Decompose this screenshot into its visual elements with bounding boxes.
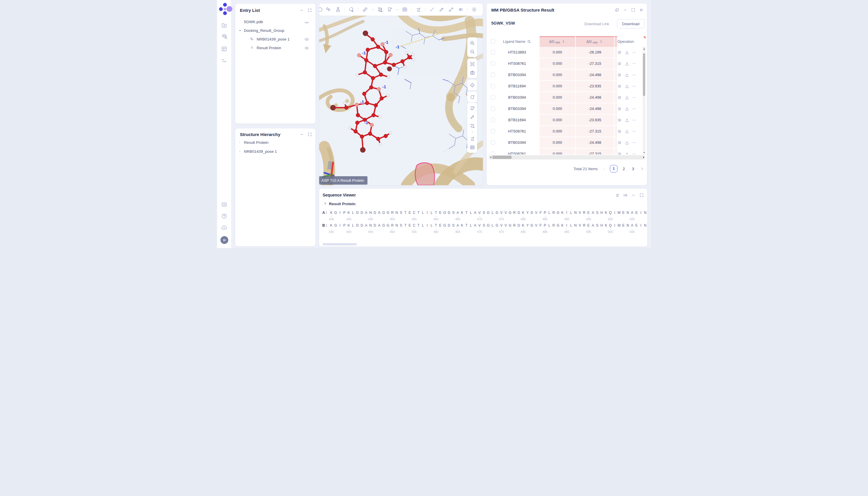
row-checkbox[interactable] xyxy=(491,118,495,122)
fit-screen-button[interactable] xyxy=(468,60,476,68)
table-row[interactable]: BTB033940.000-24.498 xyxy=(487,69,647,81)
next-page-button[interactable] xyxy=(640,167,644,171)
target-button[interactable] xyxy=(468,81,476,89)
report-action-button[interactable] xyxy=(617,140,622,145)
row-checkbox[interactable] xyxy=(491,152,495,155)
report-action-button[interactable] xyxy=(617,61,622,66)
row-checkbox[interactable] xyxy=(491,140,495,145)
row-checkbox[interactable] xyxy=(491,73,495,77)
molecular-viewport[interactable]: -1 -1 -1 -1 -1 -1 xyxy=(319,3,483,185)
line-tool-button[interactable] xyxy=(428,6,436,13)
more-action-button[interactable] xyxy=(632,107,636,111)
more-action-button[interactable] xyxy=(632,140,636,145)
zoom-out-button[interactable] xyxy=(468,47,476,56)
table-row[interactable]: BTB116940.000-23.935 xyxy=(487,81,647,92)
select-all-checkbox[interactable] xyxy=(491,40,495,44)
swap-arrows-button[interactable] xyxy=(615,193,619,197)
page-button[interactable]: 3 xyxy=(630,167,636,171)
bond-tool-button[interactable] xyxy=(447,6,455,13)
hierarchy-item[interactable]: Result Protein xyxy=(235,138,315,147)
row-checkbox[interactable] xyxy=(491,107,495,111)
minimize-button[interactable] xyxy=(631,193,636,197)
batch-docking-icon[interactable] xyxy=(219,32,229,41)
route-tool-button[interactable] xyxy=(376,6,384,13)
row-checkbox[interactable] xyxy=(491,84,495,88)
more-action-button[interactable] xyxy=(632,118,636,122)
entry-item[interactable]: NRB01439_pose 1 xyxy=(235,35,315,44)
user-avatar[interactable]: H xyxy=(220,236,228,244)
sort-icon[interactable] xyxy=(561,40,566,44)
refresh-button[interactable] xyxy=(468,93,476,101)
swap-arrows-tool-button[interactable] xyxy=(415,6,422,13)
scroll-right-arrow[interactable] xyxy=(642,155,645,159)
pencil-button[interactable] xyxy=(468,112,476,121)
row-checkbox[interactable] xyxy=(491,50,495,55)
expand-button[interactable] xyxy=(640,193,644,197)
download-action-button[interactable] xyxy=(625,152,629,155)
table-vertical-scrollbar[interactable] xyxy=(643,47,646,155)
gear-tool-button[interactable] xyxy=(471,6,478,13)
report-action-button[interactable] xyxy=(617,152,622,155)
molecule-tool-button[interactable] xyxy=(325,6,332,13)
scroll-up-arrow[interactable] xyxy=(643,47,646,51)
table-row[interactable]: HTS138930.000-26.199 xyxy=(487,47,647,58)
tree-caret-icon[interactable] xyxy=(238,29,242,32)
venn-tool-button[interactable] xyxy=(457,6,464,13)
report-action-button[interactable] xyxy=(617,129,622,134)
dock-button[interactable] xyxy=(615,8,619,12)
wrap-button[interactable] xyxy=(623,193,628,197)
report-action-button[interactable] xyxy=(617,50,622,55)
download-action-button[interactable] xyxy=(625,84,629,89)
tool-dropdown-caret[interactable] xyxy=(395,6,399,13)
horizontal-scroll-thumb[interactable] xyxy=(492,156,511,159)
eye-icon[interactable] xyxy=(304,46,309,50)
data-table-icon[interactable] xyxy=(219,44,229,54)
search-icon[interactable] xyxy=(527,40,531,44)
select-cursor-tool-button[interactable] xyxy=(348,6,355,13)
report-action-button[interactable] xyxy=(617,84,622,89)
report-action-button[interactable] xyxy=(617,95,622,100)
more-action-button[interactable] xyxy=(632,129,636,134)
table-horizontal-scrollbar[interactable] xyxy=(489,155,645,159)
table-row[interactable]: BTB033940.000-24.498 xyxy=(487,137,647,149)
download-action-button[interactable] xyxy=(625,95,629,100)
download-action-button[interactable] xyxy=(625,50,629,55)
table-row[interactable]: HTS087610.000-27.315 xyxy=(487,149,647,155)
more-action-button[interactable] xyxy=(632,95,636,100)
more-action-button[interactable] xyxy=(632,73,636,77)
more-action-button[interactable] xyxy=(632,84,636,89)
minimize-button[interactable] xyxy=(623,8,627,12)
bookmark-add-button[interactable] xyxy=(468,104,476,112)
report-action-button[interactable] xyxy=(617,73,622,77)
table-row[interactable]: BTB033940.000-24.498 xyxy=(487,92,647,103)
cloud-sync-icon[interactable] xyxy=(219,223,229,233)
previous-page-button[interactable] xyxy=(602,167,606,171)
tree-caret-icon[interactable] xyxy=(238,141,241,144)
minimize-button[interactable] xyxy=(299,132,304,137)
vertical-scroll-thumb[interactable] xyxy=(643,53,645,96)
tool-dropdown-caret[interactable] xyxy=(468,130,476,134)
download-action-button[interactable] xyxy=(625,129,629,134)
table-row[interactable]: BTB033940.000-24.498 xyxy=(487,103,647,114)
table-row[interactable]: HTS087610.000-27.315 xyxy=(487,126,647,137)
minimize-button[interactable] xyxy=(299,8,304,13)
download-action-button[interactable] xyxy=(625,73,629,77)
eye-closed-icon[interactable] xyxy=(304,20,309,24)
clipped-tool-icon[interactable] xyxy=(319,7,323,13)
camera-button[interactable] xyxy=(468,68,476,77)
map-tool-button[interactable] xyxy=(401,6,409,13)
tool-dropdown-caret[interactable] xyxy=(371,6,374,13)
row-checkbox[interactable] xyxy=(491,95,495,99)
entry-item[interactable]: 5GWK.pdb xyxy=(235,18,315,26)
job-list-icon[interactable]: JOB xyxy=(219,56,229,66)
download-action-button[interactable] xyxy=(625,107,629,111)
tree-caret-icon[interactable] xyxy=(238,150,241,153)
table-row[interactable]: HTS087610.000-27.315 xyxy=(487,58,647,69)
report-action-button[interactable] xyxy=(617,118,622,122)
row-checkbox[interactable] xyxy=(491,129,495,134)
table-row[interactable]: BTB116940.000-23.935 xyxy=(487,114,647,126)
download-action-button[interactable] xyxy=(625,118,629,122)
hierarchy-item[interactable]: NRB01439_pose 1 xyxy=(235,147,315,156)
ruler-tool-button[interactable] xyxy=(361,6,369,13)
expand-button[interactable] xyxy=(307,8,312,13)
